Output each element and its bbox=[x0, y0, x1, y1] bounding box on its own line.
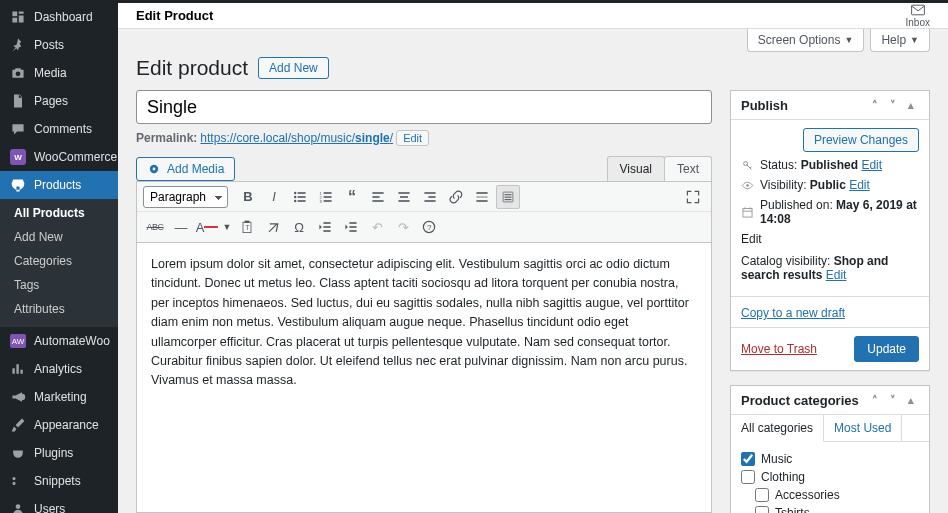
svg-rect-9 bbox=[324, 192, 332, 194]
copy-draft-link[interactable]: Copy to a new draft bbox=[741, 306, 845, 320]
menu-products[interactable]: Products bbox=[0, 171, 118, 199]
toggle-icon[interactable]: ▴ bbox=[903, 392, 919, 408]
paste-text-button[interactable]: T bbox=[235, 215, 259, 239]
status-edit-link[interactable]: Edit bbox=[861, 158, 882, 172]
outdent-button[interactable] bbox=[313, 215, 337, 239]
analytics-icon bbox=[10, 361, 26, 377]
category-item[interactable]: Tshirts bbox=[741, 504, 919, 513]
svg-rect-15 bbox=[372, 192, 383, 194]
svg-rect-37 bbox=[349, 222, 356, 224]
move-down-icon[interactable]: ˅ bbox=[885, 392, 901, 408]
page-icon bbox=[10, 93, 26, 109]
move-down-icon[interactable]: ˅ bbox=[885, 97, 901, 113]
menu-snippets[interactable]: Snippets bbox=[0, 467, 118, 495]
help-button[interactable]: ? bbox=[417, 215, 441, 239]
category-checkbox[interactable] bbox=[755, 488, 769, 502]
text-color-dropdown[interactable]: ▼ bbox=[221, 215, 233, 239]
clear-formatting-button[interactable] bbox=[261, 215, 285, 239]
align-center-button[interactable] bbox=[392, 185, 416, 209]
submenu-add-new[interactable]: Add New bbox=[0, 225, 118, 249]
svg-rect-39 bbox=[349, 230, 356, 232]
redo-button[interactable]: ↷ bbox=[391, 215, 415, 239]
category-checkbox[interactable] bbox=[755, 506, 769, 513]
undo-button[interactable]: ↶ bbox=[365, 215, 389, 239]
product-categories-box: Product categories ˄ ˅ ▴ All categories … bbox=[730, 385, 930, 513]
inbox-button[interactable]: Inbox bbox=[906, 3, 930, 28]
link-button[interactable] bbox=[444, 185, 468, 209]
screen-options-tab[interactable]: Screen Options▼ bbox=[747, 29, 865, 52]
svg-rect-25 bbox=[476, 196, 487, 198]
menu-plugins[interactable]: Plugins bbox=[0, 439, 118, 467]
toolbar-toggle-button[interactable] bbox=[496, 185, 520, 209]
menu-marketing[interactable]: Marketing bbox=[0, 383, 118, 411]
submenu-attributes[interactable]: Attributes bbox=[0, 297, 118, 321]
svg-rect-23 bbox=[424, 200, 435, 202]
move-up-icon[interactable]: ˄ bbox=[867, 97, 883, 113]
align-right-button[interactable] bbox=[418, 185, 442, 209]
category-item[interactable]: Clothing bbox=[741, 468, 919, 486]
products-icon bbox=[10, 177, 26, 193]
svg-rect-10 bbox=[324, 196, 332, 198]
category-checkbox[interactable] bbox=[741, 470, 755, 484]
submenu-all-products[interactable]: All Products bbox=[0, 201, 118, 225]
scissors-icon bbox=[10, 473, 26, 489]
cat-tab-most-used[interactable]: Most Used bbox=[824, 415, 902, 441]
visibility-edit-link[interactable]: Edit bbox=[849, 178, 870, 192]
editor-tab-text[interactable]: Text bbox=[664, 156, 712, 181]
strikethrough-button[interactable]: ABC bbox=[143, 215, 167, 239]
svg-point-2 bbox=[153, 168, 156, 171]
chevron-down-icon: ▼ bbox=[844, 35, 853, 45]
category-checkbox[interactable] bbox=[741, 452, 755, 466]
menu-analytics[interactable]: Analytics bbox=[0, 355, 118, 383]
hr-button[interactable]: — bbox=[169, 215, 193, 239]
media-icon bbox=[147, 162, 161, 176]
cat-tab-all[interactable]: All categories bbox=[731, 415, 824, 442]
update-button[interactable]: Update bbox=[854, 336, 919, 362]
published-edit-link[interactable]: Edit bbox=[741, 232, 762, 246]
menu-pages[interactable]: Pages bbox=[0, 87, 118, 115]
bullet-list-button[interactable] bbox=[288, 185, 312, 209]
menu-automatewoo[interactable]: AWAutomateWoo bbox=[0, 327, 118, 355]
menu-media[interactable]: Media bbox=[0, 59, 118, 87]
edit-slug-button[interactable]: Edit bbox=[396, 130, 429, 146]
align-left-button[interactable] bbox=[366, 185, 390, 209]
format-select[interactable]: Paragraph bbox=[143, 186, 228, 208]
catalog-edit-link[interactable]: Edit bbox=[826, 268, 847, 282]
category-item[interactable]: Music bbox=[741, 450, 919, 468]
menu-appearance[interactable]: Appearance bbox=[0, 411, 118, 439]
text-color-button[interactable]: A bbox=[195, 215, 219, 239]
bold-button[interactable]: B bbox=[236, 185, 260, 209]
numbered-list-button[interactable]: 123 bbox=[314, 185, 338, 209]
fullscreen-button[interactable] bbox=[681, 185, 705, 209]
pin-icon bbox=[10, 37, 26, 53]
preview-changes-button[interactable]: Preview Changes bbox=[803, 128, 919, 152]
submenu-tags[interactable]: Tags bbox=[0, 273, 118, 297]
category-item[interactable]: Accessories bbox=[741, 486, 919, 504]
add-media-button[interactable]: Add Media bbox=[136, 157, 235, 181]
move-to-trash-link[interactable]: Move to Trash bbox=[741, 342, 817, 356]
toggle-icon[interactable]: ▴ bbox=[903, 97, 919, 113]
svg-rect-16 bbox=[372, 196, 379, 198]
menu-users[interactable]: Users bbox=[0, 495, 118, 513]
special-char-button[interactable]: Ω bbox=[287, 215, 311, 239]
insert-more-button[interactable] bbox=[470, 185, 494, 209]
submenu-categories[interactable]: Categories bbox=[0, 249, 118, 273]
help-tab[interactable]: Help▼ bbox=[870, 29, 930, 52]
menu-comments[interactable]: Comments bbox=[0, 115, 118, 143]
page-title: Edit product bbox=[136, 56, 248, 80]
svg-point-5 bbox=[294, 195, 296, 197]
svg-text:3: 3 bbox=[320, 198, 323, 203]
italic-button[interactable]: I bbox=[262, 185, 286, 209]
add-new-button[interactable]: Add New bbox=[258, 57, 329, 79]
editor-tab-visual[interactable]: Visual bbox=[607, 156, 665, 181]
indent-button[interactable] bbox=[339, 215, 363, 239]
permalink-link[interactable]: https://core.local/shop/music/single/ bbox=[200, 131, 393, 145]
svg-rect-26 bbox=[476, 200, 487, 202]
menu-posts[interactable]: Posts bbox=[0, 31, 118, 59]
blockquote-button[interactable]: “ bbox=[340, 185, 364, 209]
menu-woocommerce[interactable]: WWooCommerce bbox=[0, 143, 118, 171]
product-title-input[interactable] bbox=[136, 90, 712, 124]
editor-content[interactable]: Lorem ipsum dolor sit amet, consectetur … bbox=[136, 243, 712, 513]
move-up-icon[interactable]: ˄ bbox=[867, 392, 883, 408]
menu-dashboard[interactable]: Dashboard bbox=[0, 3, 118, 31]
